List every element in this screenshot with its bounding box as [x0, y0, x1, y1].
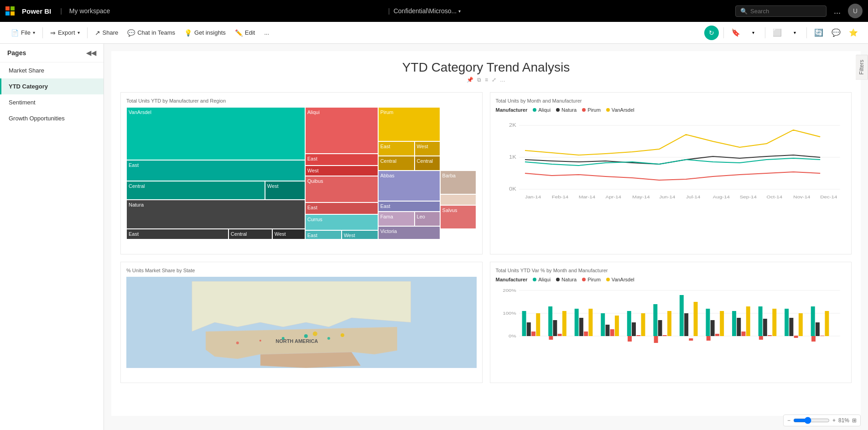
treemap-cell[interactable]: Central	[378, 156, 415, 171]
workspace-label[interactable]: My workspace	[69, 7, 110, 15]
sidebar-item-market-share[interactable]: Market Share	[0, 62, 104, 78]
treemap-cell[interactable]: East	[126, 160, 305, 181]
treemap-cell[interactable]: VanArsdel	[126, 107, 305, 160]
main-layout: Pages ◀◀ Market Share YTD Category Senti…	[0, 44, 868, 430]
expand-icon[interactable]: ⤢	[492, 77, 496, 83]
refresh-button[interactable]: ↻	[704, 26, 719, 40]
svg-text:1K: 1K	[509, 155, 516, 159]
treemap-cell[interactable]: East	[378, 201, 440, 212]
treemap-cell[interactable]: Currus	[305, 214, 378, 230]
treemap-cell[interactable]: West	[342, 230, 378, 239]
chevron-down-icon: ▾	[458, 9, 461, 14]
pin-icon[interactable]: 📌	[467, 77, 473, 83]
copy-icon[interactable]: ⧉	[477, 77, 481, 83]
sidebar-item-sentiment[interactable]: Sentiment	[0, 94, 104, 110]
star-button[interactable]: ⭐	[846, 26, 861, 40]
treemap-cell[interactable]: Abbas	[378, 171, 440, 201]
bar-pirum-label: Pirum	[587, 277, 601, 282]
bar-chart-visual[interactable]: 200% 100% 0%	[496, 286, 846, 377]
search-box[interactable]: 🔍	[735, 5, 826, 17]
treemap-cell[interactable]: Victoria	[378, 226, 440, 239]
toolbar-sep2	[87, 27, 88, 38]
search-icon: 🔍	[740, 8, 748, 15]
map-visual[interactable]: NORTH AMERICA	[126, 277, 477, 368]
chat-button[interactable]: 💬 Chat in Teams	[124, 26, 179, 39]
treemap-cell[interactable]: Salvus	[440, 205, 477, 229]
export-button[interactable]: ⇒ Export ▾	[47, 26, 83, 39]
treemap-cell[interactable]: East	[305, 230, 342, 239]
treemap-cell[interactable]: East	[378, 141, 415, 156]
more-options-button[interactable]: ...	[832, 5, 842, 18]
top-nav: Power BI | My workspace | Confidential\M…	[0, 0, 868, 22]
zoom-minus-button[interactable]: −	[787, 417, 790, 424]
treemap-cell[interactable]: Pirum	[378, 107, 440, 141]
treemap-cell[interactable]: Natura	[126, 200, 305, 229]
file-button[interactable]: 📄 File ▾	[7, 26, 39, 39]
sidebar-item-ytd-category[interactable]: YTD Category	[0, 78, 104, 94]
focus-chevron-button[interactable]: ▾	[787, 26, 802, 40]
bookmark-button[interactable]: 🔖	[728, 26, 743, 40]
more-toolbar-button[interactable]: ...	[260, 26, 273, 39]
treemap-cell[interactable]: West	[265, 181, 305, 200]
comment-button[interactable]: 💬	[829, 26, 843, 40]
treemap-cell[interactable]: West	[415, 141, 440, 156]
fit-page-button[interactable]: ⊞	[852, 417, 857, 424]
sidebar-collapse-button[interactable]: ◀◀	[86, 49, 96, 57]
format-icon[interactable]: ≡	[485, 77, 488, 83]
line-chart-visual[interactable]: 2K 1K 0K Jan-14 Feb-14 Mar-14 Apr-14 May…	[496, 116, 846, 249]
treemap-cell[interactable]: Barba	[440, 171, 477, 194]
svg-rect-73	[785, 309, 789, 336]
treemap-visual[interactable]: VanArsdelEastCentralWestNaturaEastCentra…	[126, 107, 477, 239]
svg-rect-66	[737, 318, 741, 336]
report-subtitle[interactable]: Confidential\Microsо... ▾	[394, 7, 461, 15]
treemap-cell[interactable]: Quibus	[305, 176, 378, 202]
treemap-cell[interactable]: West	[305, 166, 378, 176]
edit-button[interactable]: ✏️ Edit	[231, 26, 259, 39]
svg-rect-40	[562, 311, 566, 336]
filters-tab[interactable]: Filters	[856, 55, 868, 80]
bar-manufacturer-label: Manufacturer	[496, 277, 528, 282]
treemap-cell[interactable]: Central	[229, 229, 272, 239]
treemap-cell[interactable]: East	[126, 229, 229, 239]
zoom-plus-button[interactable]: +	[832, 417, 836, 424]
treemap-cell[interactable]: Aliqui	[305, 107, 378, 154]
toolbar-sep5	[806, 27, 807, 38]
vanarsdel-dot	[606, 108, 610, 112]
avatar[interactable]: U	[848, 4, 863, 18]
treemap-cell[interactable]: Leo	[415, 212, 440, 226]
svg-rect-57	[679, 295, 683, 336]
share-label: Share	[103, 29, 119, 36]
svg-rect-43	[584, 332, 588, 336]
insights-button[interactable]: 💡 Get insights	[181, 26, 229, 39]
svg-text:Jan-14: Jan-14	[525, 195, 541, 199]
bar-vanarsdel-dot	[606, 278, 610, 281]
treemap-cell[interactable]: Central	[415, 156, 440, 171]
content-area: YTD Category Trend Analysis 📌 ⧉ ≡ ⤢ … To…	[104, 44, 868, 430]
svg-rect-33	[522, 311, 526, 336]
share-button[interactable]: ↗ Share	[91, 26, 122, 39]
search-input[interactable]	[750, 8, 821, 15]
svg-rect-59	[689, 338, 693, 341]
treemap-cell[interactable]: Fama	[378, 212, 415, 226]
svg-rect-78	[815, 322, 819, 336]
svg-rect-65	[732, 311, 736, 336]
zoom-slider[interactable]	[793, 417, 830, 424]
treemap-cell[interactable]: East	[305, 154, 378, 166]
svg-point-20	[282, 337, 285, 340]
bookmark-chevron-button[interactable]: ▾	[746, 26, 760, 40]
treemap-cell[interactable]	[440, 194, 477, 205]
ellipsis-icon[interactable]: …	[500, 77, 505, 83]
sidebar-item-growth-opportunities[interactable]: Growth Opportunities	[0, 110, 104, 126]
treemap-cell[interactable]: West	[272, 229, 305, 239]
focus-button[interactable]: ⬜	[770, 26, 785, 40]
svg-rect-49	[627, 311, 631, 336]
toolbar-sep4	[765, 27, 765, 38]
reload-button[interactable]: 🔄	[811, 26, 826, 40]
svg-rect-48	[614, 316, 619, 336]
treemap-cell[interactable]: East	[305, 202, 378, 214]
bar-natura-label: Natura	[561, 277, 577, 282]
svg-text:2K: 2K	[509, 123, 516, 127]
svg-text:100%: 100%	[503, 311, 516, 316]
treemap-cell[interactable]: Central	[126, 181, 265, 200]
svg-rect-86	[811, 336, 816, 342]
